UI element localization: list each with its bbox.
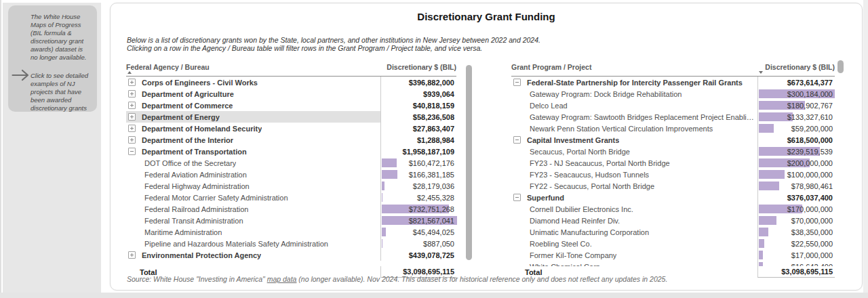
- expand-icon[interactable]: [128, 102, 136, 109]
- row-label-cell[interactable]: White Chemical Corp.: [511, 261, 757, 266]
- map-data-link[interactable]: map data: [267, 275, 297, 283]
- table-row[interactable]: Federal Railroad Administration$732,751,…: [126, 203, 456, 215]
- sidebar-note-card[interactable]: The White House Maps of Progress (BIL fo…: [8, 5, 97, 112]
- program-name-column-header[interactable]: Grant Program / Project: [511, 62, 757, 76]
- table-row[interactable]: Pipeline and Hazardous Materials Safety …: [126, 238, 456, 249]
- row-label-cell[interactable]: Gateway Program: Dock Bridge Rehabilitat…: [511, 88, 757, 100]
- table-row[interactable]: Gateway Program: Dock Bridge Rehabilitat…: [511, 88, 835, 100]
- row-label-cell[interactable]: Department of Agriculture: [126, 88, 380, 100]
- value-data-bar: [759, 170, 785, 179]
- expand-icon[interactable]: [128, 79, 136, 86]
- row-label-cell[interactable]: Environmental Protection Agency: [126, 249, 380, 261]
- table-row[interactable]: Former Kil-Tone Company$17,000,000: [511, 249, 835, 261]
- row-label-cell[interactable]: Federal Highway Administration: [126, 180, 380, 192]
- table-row[interactable]: Superfund$376,037,400: [511, 192, 835, 203]
- row-label-cell[interactable]: Secaucus, Portal North Bridge: [511, 146, 757, 157]
- expand-icon[interactable]: [128, 125, 136, 132]
- collapse-icon[interactable]: [513, 136, 521, 144]
- table-row[interactable]: Federal-State Partnership for Intercity …: [511, 77, 835, 88]
- row-label: Gateway Program: Sawtooth Bridges Replac…: [511, 113, 757, 121]
- table-row[interactable]: FY23 - NJ Seacaucus, Portal North Bridge…: [511, 157, 835, 169]
- row-label-cell[interactable]: Cornell Dubilier Electronics Inc.: [511, 203, 757, 215]
- table-row[interactable]: Department of Agriculture$939,064: [126, 88, 456, 100]
- collapse-icon[interactable]: [513, 194, 521, 201]
- table-row[interactable]: Department of the Interior$1,288,984: [126, 134, 456, 146]
- table-row[interactable]: FY23 - Seacaucus, Hudson Tunnels$100,000…: [511, 169, 835, 180]
- page-bottom-strip: [0, 293, 868, 298]
- row-label-cell[interactable]: Former Kil-Tone Company: [511, 249, 757, 261]
- table-row[interactable]: Diamond Head Reinfer Div.$70,000,000: [511, 215, 835, 226]
- agency-table-scrollbar[interactable]: [466, 65, 472, 260]
- value-data-bar: [759, 216, 776, 225]
- table-row[interactable]: Federal Highway Administration$28,179,03…: [126, 180, 456, 192]
- row-label-cell[interactable]: FY22 - Secaucus, Portal North Bridge: [511, 180, 757, 192]
- program-table-scrollbar[interactable]: [837, 60, 844, 73]
- agency-value-column-header[interactable]: Discretionary $ (BIL): [380, 62, 456, 76]
- row-label: Unimatic Manufacturing Corporation: [511, 228, 649, 236]
- row-label-cell[interactable]: Capital Investment Grants: [511, 134, 757, 146]
- expand-icon[interactable]: [128, 136, 136, 144]
- row-label: Federal Transit Administration: [126, 217, 243, 225]
- row-label-cell[interactable]: FY23 - Seacaucus, Hudson Tunnels: [511, 169, 757, 180]
- row-label-cell[interactable]: Federal Aviation Administration: [126, 169, 380, 180]
- row-label-cell[interactable]: Pipeline and Hazardous Materials Safety …: [126, 238, 380, 249]
- row-label-cell[interactable]: Federal Transit Administration: [126, 215, 380, 226]
- row-label-cell[interactable]: Federal Railroad Administration: [126, 203, 380, 215]
- collapse-icon[interactable]: [128, 148, 136, 155]
- table-row[interactable]: Department of Transportation$1,958,187,1…: [126, 146, 456, 157]
- row-value: $17,000,000: [791, 251, 835, 259]
- row-label-cell[interactable]: Maritime Administration: [126, 226, 380, 238]
- row-label-cell[interactable]: Roebling Steel Co.: [511, 238, 757, 249]
- row-label-cell[interactable]: Federal Motor Carrier Safety Administrat…: [126, 192, 380, 203]
- table-row[interactable]: Unimatic Manufacturing Corporation$38,35…: [511, 226, 835, 238]
- row-value: $1,958,187,109: [403, 148, 456, 156]
- table-row[interactable]: Department of Commerce$40,818,159: [126, 100, 456, 111]
- program-value-column-header[interactable]: Discretionary $ (BIL): [757, 62, 835, 76]
- table-row[interactable]: Secaucus, Portal North Bridge$239,519,53…: [511, 146, 835, 157]
- table-row[interactable]: Department of Energy$58,236,508: [126, 111, 456, 123]
- table-row[interactable]: Cornell Dubilier Electronics Inc.$170,00…: [511, 203, 835, 215]
- row-value-cell: $22,550,000: [757, 238, 835, 249]
- table-row[interactable]: Maritime Administration$45,494,025: [126, 226, 456, 238]
- row-label-cell[interactable]: Department of Transportation: [126, 146, 380, 157]
- table-row[interactable]: Federal Aviation Administration$166,381,…: [126, 169, 456, 180]
- table-row[interactable]: Delco Lead$180,902,767: [511, 100, 835, 111]
- row-label-cell[interactable]: Superfund: [511, 192, 757, 203]
- row-value: $22,550,000: [791, 240, 835, 248]
- row-label-cell[interactable]: Newark Penn Station Vertical Circulation…: [511, 123, 757, 134]
- collapse-icon[interactable]: [513, 79, 521, 86]
- table-row[interactable]: Federal Transit Administration$821,567,0…: [126, 215, 456, 226]
- row-label-cell[interactable]: Delco Lead: [511, 100, 757, 111]
- row-label-cell[interactable]: Corps of Engineers - Civil Works: [126, 77, 380, 88]
- row-label: Capital Investment Grants: [527, 136, 619, 144]
- row-label-cell[interactable]: Unimatic Manufacturing Corporation: [511, 226, 757, 238]
- row-value: $396,882,000: [409, 79, 456, 87]
- table-row[interactable]: Environmental Protection Agency$439,078,…: [126, 249, 456, 261]
- row-value-cell: $38,350,000: [757, 226, 835, 238]
- row-label-cell[interactable]: Department of the Interior: [126, 134, 380, 146]
- table-row[interactable]: Department of Homeland Security$27,863,4…: [126, 123, 456, 134]
- row-label-cell[interactable]: Department of Homeland Security: [126, 123, 380, 134]
- row-value: $887,050: [423, 240, 456, 248]
- table-row[interactable]: Capital Investment Grants$618,500,000: [511, 134, 835, 146]
- row-label-cell[interactable]: Federal-State Partnership for Intercity …: [511, 77, 757, 88]
- expand-icon[interactable]: [128, 113, 136, 121]
- row-label-cell[interactable]: Gateway Program: Sawtooth Bridges Replac…: [511, 111, 757, 123]
- row-label-cell[interactable]: DOT Office of the Secretary: [126, 157, 380, 169]
- table-row[interactable]: Newark Penn Station Vertical Circulation…: [511, 123, 835, 134]
- table-row[interactable]: White Chemical Corp.$16,642,400: [511, 261, 835, 266]
- table-row[interactable]: Corps of Engineers - Civil Works$396,882…: [126, 77, 456, 88]
- table-row[interactable]: Federal Motor Carrier Safety Administrat…: [126, 192, 456, 203]
- table-row[interactable]: Gateway Program: Sawtooth Bridges Replac…: [511, 111, 835, 123]
- row-label-cell[interactable]: Diamond Head Reinfer Div.: [511, 215, 757, 226]
- agency-name-column-header[interactable]: Federal Agency / Bureau: [126, 62, 380, 76]
- row-label-cell[interactable]: FY23 - NJ Seacaucus, Portal North Bridge: [511, 157, 757, 169]
- row-label-cell[interactable]: Department of Commerce: [126, 100, 380, 111]
- expand-icon[interactable]: [128, 90, 136, 98]
- expand-icon[interactable]: [128, 251, 136, 259]
- table-row[interactable]: DOT Office of the Secretary$160,472,176: [126, 157, 456, 169]
- value-data-bar: [759, 182, 779, 190]
- table-row[interactable]: Roebling Steel Co.$22,550,000: [511, 238, 835, 249]
- table-row[interactable]: FY22 - Secaucus, Portal North Bridge$78,…: [511, 180, 835, 192]
- row-label-cell[interactable]: Department of Energy: [126, 111, 380, 123]
